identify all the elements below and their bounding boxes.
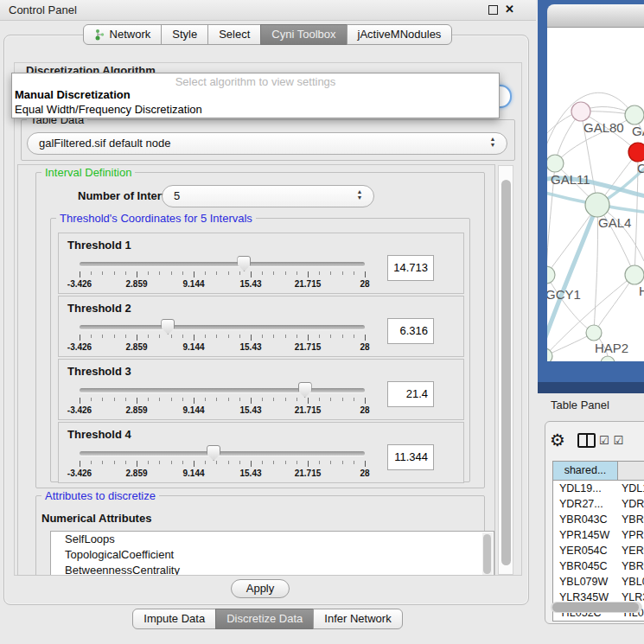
attribute-list-item[interactable]: SelfLoops [51,532,494,547]
slider-tick [182,461,183,464]
network-node-gal80[interactable] [571,102,590,121]
slider-tick-label: 15.43 [225,469,277,478]
threshold-value-field[interactable]: 21.4 [387,381,434,407]
slider-tick-label: 2.859 [111,279,163,289]
table-cell[interactable]: YER0 [618,543,644,558]
attribute-list-item[interactable]: TopologicalCoefficient [51,547,494,563]
slider-track[interactable] [80,262,365,266]
slider-track[interactable] [80,451,365,456]
network-node-ga[interactable] [625,105,644,124]
table-cell[interactable]: YDL19... [553,481,618,496]
tab-jactivemnodules[interactable]: jActiveMNodules [347,24,453,45]
scrollbar-thumb[interactable] [501,180,511,565]
tab-cyni-toolbox[interactable]: Cyni Toolbox [260,24,347,45]
slider-tick [296,398,297,401]
threshold-value-field[interactable]: 6.316 [387,318,434,344]
numerical-attributes-list[interactable]: SelfLoopsTopologicalCoefficientBetweenne… [50,531,494,576]
column-header[interactable]: shared... [553,462,618,480]
checkbox-icon[interactable]: ☑ [599,434,610,447]
number-of-intervals-combobox[interactable]: 5 [162,185,374,207]
apply-button[interactable]: Apply [231,579,290,598]
network-edge[interactable] [547,275,594,333]
network-node-gcy1[interactable] [547,266,555,284]
tab-select[interactable]: Select [207,24,261,45]
slider-thumb[interactable] [298,382,312,398]
list-scrollbar[interactable] [482,532,493,576]
slider-tick-label: 15.43 [225,342,277,352]
network-node-gal11[interactable] [547,155,564,172]
tab-style[interactable]: Style [161,24,208,45]
table-row[interactable]: YBR045CYBR0 [553,558,644,574]
slider-tick [205,335,206,338]
slider-tick [80,271,80,277]
slider-tick [296,461,297,464]
threshold-value-field[interactable]: 14.713 [387,255,434,281]
network-node[interactable] [547,348,552,361]
threshold-panel: Threshold 2-3.4262.8599.14415.4321.71528… [58,296,464,357]
table-cell[interactable]: YPR145W [553,527,618,543]
table-row[interactable]: YPR145WYPR1 [553,527,644,543]
close-icon[interactable]: ✕ [505,3,514,16]
slider-tick [251,271,252,277]
tab-infer-network[interactable]: Infer Network [313,609,402,629]
slider-tick [308,271,309,277]
split-view-icon[interactable] [577,433,596,448]
slider-tick [182,335,183,338]
network-edge[interactable] [594,205,598,333]
slider-tick-label: 21.715 [282,342,334,352]
slider-tick [330,398,331,401]
table-cell[interactable]: YBL079W [553,574,618,590]
column-header[interactable]: n [618,462,644,480]
network-node-gal4[interactable] [585,193,609,217]
table-cell[interactable]: YER054C [553,543,618,558]
slider-track[interactable] [80,388,365,392]
network-node-h[interactable] [625,265,644,284]
table-cell[interactable]: YBR0 [618,558,644,574]
table-cell[interactable]: YBL0 [618,574,644,590]
network-edge[interactable] [594,275,634,333]
tab-impute-data[interactable]: Impute Data [132,609,216,629]
hscrollbar-thumb[interactable] [552,603,639,612]
slider-track[interactable] [80,325,365,329]
table-cell[interactable]: YDR27... [553,496,618,512]
checkbox-icon[interactable]: ☑ [614,434,625,447]
algorithm-option[interactable]: Manual Discretization [15,88,131,101]
table-hscrollbar[interactable] [551,602,642,613]
network-node-hap2[interactable] [586,325,602,341]
table-row[interactable]: YER054CYER0 [553,543,644,558]
table-cell[interactable]: YBR0 [618,512,644,527]
slider-thumb[interactable] [161,319,175,335]
slider-tick [308,461,309,467]
slider-tick-label: 2.859 [111,342,163,352]
table-row[interactable]: YDL19...YDL1 [553,481,644,496]
settings-scrollbar[interactable] [498,165,513,575]
network-node[interactable] [601,356,615,361]
table-cell[interactable]: YBR045C [553,558,618,574]
tab-discretize-data[interactable]: Discretize Data [215,609,314,629]
tab-label: Network [110,25,151,44]
slider-thumb[interactable] [207,445,220,461]
slider-tick [365,271,366,277]
table-cell[interactable]: YDR2 [618,496,644,512]
slider-thumb[interactable] [237,256,251,271]
table-cell[interactable]: YPR1 [618,527,644,543]
slider-tick-label: -3.426 [54,405,105,415]
float-window-icon[interactable] [488,5,498,15]
table-data-combobox[interactable]: galFiltered.sif default node [27,132,507,155]
threshold-value-field[interactable]: 11.344 [387,444,434,470]
algorithm-option[interactable]: Equal Width/Frequency Discretization [15,103,202,116]
attribute-list-item[interactable]: BetweennessCentrality [51,563,494,576]
table-row[interactable]: YDR27...YDR2 [553,496,644,512]
network-node-c[interactable] [628,143,644,162]
node-label: GA [632,124,644,138]
slider-tick-label: 9.144 [168,469,220,478]
network-canvas[interactable]: GAL80GACGAL11GAL4GCY1HHAP2 [547,28,644,361]
table-cell[interactable]: YDL1 [618,481,644,496]
table-cell[interactable]: YBR043C [553,512,618,527]
table-row[interactable]: YBR043CYBR0 [553,512,644,527]
settings-icon[interactable]: ⚙ [550,430,565,450]
tab-network[interactable]: Network [83,24,163,45]
slider-tick [91,398,92,401]
network-window-titlebar[interactable] [547,4,644,28]
table-row[interactable]: YBL079WYBL0 [553,574,644,590]
